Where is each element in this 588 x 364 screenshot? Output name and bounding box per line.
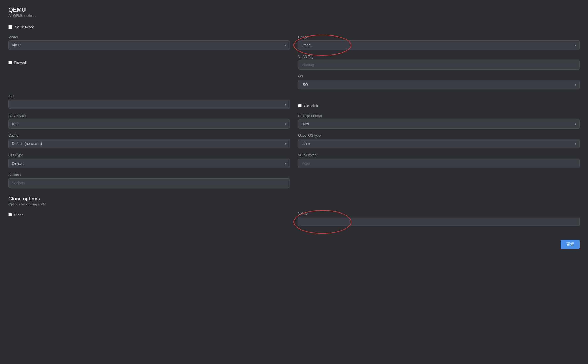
cache-select-wrapper: Default (no cache) None Write back Write… [8,139,290,148]
os-select-wrapper: ISO Linux Windows Other [298,80,580,89]
model-group: Model VirtIO e1000 rtl8139 vmxnet3 [8,35,290,50]
vcpu-cores-input[interactable] [298,159,580,168]
bus-storage-row: Bus/Device IDE SATA VirtIO SCSI Storage … [8,114,580,133]
bridge-group: Bridge vmbr1 vmbr0 vmbr2 [298,35,580,50]
cache-guest-row: Cache Default (no cache) None Write back… [8,133,580,153]
clone-row: Clone VM ID 100 [8,211,580,231]
bus-device-label: Bus/Device [8,114,290,118]
cloudinit-checkbox[interactable] [298,104,302,107]
bridge-label: Bridge [298,35,580,39]
page-title: QEMU [8,6,580,13]
model-select[interactable]: VirtIO e1000 rtl8139 vmxnet3 [8,40,290,50]
iso-select[interactable] [8,100,290,109]
guest-os-type-group: Guest OS type other Linux Windows Solari… [298,133,580,148]
cloudinit-label: Cloudinit [304,104,318,108]
os-label: OS [298,74,580,78]
model-select-wrapper: VirtIO e1000 rtl8139 vmxnet3 [8,40,290,50]
main-form: Model VirtIO e1000 rtl8139 vmxnet3 Bridg… [8,35,580,94]
bridge-select[interactable]: vmbr1 vmbr0 vmbr2 [298,40,580,50]
iso-select-wrapper [8,100,290,109]
vlan-tag-group: VLAN Tag [298,55,580,70]
sockets-label: Sockets [8,173,290,177]
model-label: Model [8,35,290,39]
clone-group: Clone [8,211,290,226]
vcpu-cores-label: vCPU cores [298,153,580,157]
cpu-type-group: CPU type Default host kvm64 x86-64-v2-AE… [8,153,290,168]
guest-os-type-label: Guest OS type [298,133,580,137]
iso-row: ISO Cloudinit [8,94,580,114]
bus-device-select-wrapper: IDE SATA VirtIO SCSI [8,119,290,129]
guest-os-type-select-wrapper: other Linux Windows Solaris [298,139,580,148]
sockets-input[interactable] [8,178,290,188]
no-network-checkbox[interactable] [8,25,12,29]
iso-label: ISO [8,94,290,98]
firewall-group: Firewall [8,55,290,70]
cpu-vcpu-row: CPU type Default host kvm64 x86-64-v2-AE… [8,153,580,173]
bridge-select-wrapper: vmbr1 vmbr0 vmbr2 [298,40,580,50]
storage-format-select-wrapper: Raw QCOW2 VMDK [298,119,580,129]
cpu-type-select-wrapper: Default host kvm64 x86-64-v2-AES [8,159,290,168]
bus-device-select[interactable]: IDE SATA VirtIO SCSI [8,119,290,129]
os-group: OS ISO Linux Windows Other [298,74,580,89]
page-subtitle: All QEMU options [8,14,580,18]
guest-os-type-select[interactable]: other Linux Windows Solaris [298,139,580,148]
vcpu-cores-group: vCPU cores [298,153,580,168]
vm-id-group: VM ID 100 [298,211,580,226]
no-network-row: No Network [8,25,580,29]
vmid-wrapper: 100 [298,217,580,226]
bridge-wrapper: vmbr1 vmbr0 vmbr2 [298,40,580,50]
cache-select[interactable]: Default (no cache) None Write back Write… [8,139,290,148]
update-button[interactable]: 更新 [561,240,580,249]
sockets-section: Sockets [8,173,290,188]
vm-id-label: VM ID [298,211,580,215]
bottom-bar: 更新 [8,240,580,249]
cache-label: Cache [8,133,290,137]
cache-group: Cache Default (no cache) None Write back… [8,133,290,148]
bus-device-group: Bus/Device IDE SATA VirtIO SCSI [8,114,290,129]
firewall-label: Firewall [14,61,27,65]
firewall-checkbox[interactable] [8,61,12,64]
cpu-type-select[interactable]: Default host kvm64 x86-64-v2-AES [8,159,290,168]
clone-section-subtitle: Options for cloning a VM [8,202,580,206]
cpu-type-label: CPU type [8,153,290,157]
iso-group: ISO [8,94,290,109]
sockets-group: Sockets [8,173,290,188]
os-select[interactable]: ISO Linux Windows Other [298,80,580,89]
vlan-tag-label: VLAN Tag [298,55,580,59]
cloudinit-group: Cloudinit [298,94,580,109]
clone-section-title: Clone options [8,196,580,202]
storage-format-select[interactable]: Raw QCOW2 VMDK [298,119,580,129]
vlan-tag-input[interactable] [298,60,580,70]
clone-label: Clone [14,213,24,217]
storage-format-label: Storage Format [298,114,580,118]
clone-checkbox[interactable] [8,213,12,216]
storage-format-group: Storage Format Raw QCOW2 VMDK [298,114,580,129]
no-network-label: No Network [14,25,34,29]
vm-id-input[interactable]: 100 [298,217,580,226]
